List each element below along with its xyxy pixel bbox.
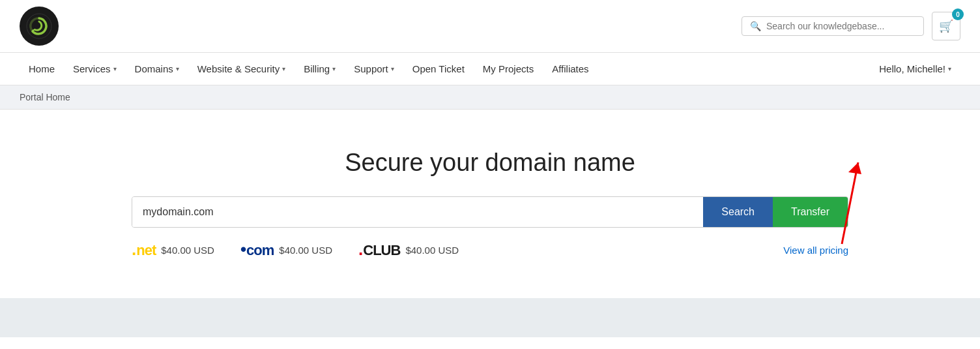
view-all-pricing-link[interactable]: View all pricing <box>783 245 848 256</box>
nav-open-ticket[interactable]: Open Ticket <box>403 53 474 85</box>
nav-domains[interactable]: Domains ▾ <box>126 53 188 85</box>
chevron-down-icon: ▾ <box>332 65 336 72</box>
nav-my-projects[interactable]: My Projects <box>474 53 543 85</box>
chevron-down-icon: ▾ <box>391 65 394 72</box>
chevron-down-icon: ▾ <box>176 65 179 72</box>
nav-support[interactable]: Support ▾ <box>345 53 403 85</box>
cart-icon: 🛒 <box>939 19 953 33</box>
tld-com-price: $40.00 USD <box>279 245 332 256</box>
domain-search-input[interactable] <box>132 197 703 227</box>
knowledgebase-search-bar[interactable]: 🔍 <box>742 16 924 36</box>
domain-transfer-button[interactable]: Transfer <box>773 197 848 227</box>
tld-net-price: $40.00 USD <box>161 245 214 256</box>
main-content: Secure your domain name Search Transfer … <box>0 110 980 285</box>
chevron-down-icon: ▾ <box>282 65 285 72</box>
header-right: 🔍 🛒 0 <box>742 12 960 40</box>
logo-icon <box>26 13 52 39</box>
tld-com-logo: •com <box>240 241 274 259</box>
header: 🔍 🛒 0 <box>0 0 980 53</box>
chevron-down-icon: ▾ <box>113 65 117 72</box>
nav-home[interactable]: Home <box>20 53 64 85</box>
tld-club-logo: .CLUB <box>358 241 400 259</box>
tld-club-dot: . <box>358 241 363 258</box>
nav-billing[interactable]: Billing ▾ <box>295 53 345 85</box>
logo-container[interactable] <box>20 7 59 46</box>
cart-button[interactable]: 🛒 0 <box>932 12 960 40</box>
breadcrumb: Portal Home <box>0 85 980 110</box>
domain-search-container: Search Transfer <box>132 196 848 228</box>
cart-badge: 0 <box>952 8 964 20</box>
nav-affiliates[interactable]: Affiliates <box>543 53 598 85</box>
search-icon: 🔍 <box>750 21 761 31</box>
tld-com-item: •com $40.00 USD <box>240 241 332 259</box>
logo-circle <box>20 7 59 46</box>
knowledgebase-search-input[interactable] <box>766 21 915 31</box>
nav-website-security[interactable]: Website & Security ▾ <box>188 53 295 85</box>
user-greeting-menu[interactable]: Hello, Michelle! ▾ <box>870 53 960 85</box>
breadcrumb-label: Portal Home <box>20 92 70 102</box>
tld-com-dot: • <box>240 241 246 258</box>
chevron-down-icon: ▾ <box>948 65 951 72</box>
page-title: Secure your domain name <box>345 149 635 177</box>
tld-club-text: CLUB <box>363 242 400 259</box>
domain-search-button[interactable]: Search <box>703 197 773 227</box>
tld-club-price: $40.00 USD <box>405 245 459 256</box>
svg-marker-3 <box>848 162 861 174</box>
user-greeting-text: Hello, Michelle! <box>879 63 945 74</box>
tld-club-item: .CLUB $40.00 USD <box>358 241 459 259</box>
footer-bar <box>0 298 980 337</box>
nav-services[interactable]: Services ▾ <box>64 53 126 85</box>
tld-pricing-row: .net $40.00 USD •com $40.00 USD .CLUB $4… <box>132 241 848 259</box>
tld-net-dot: . <box>132 241 136 258</box>
tld-com-text: com <box>246 242 274 259</box>
tld-net-text: net <box>136 242 156 259</box>
tld-net-item: .net $40.00 USD <box>132 241 214 259</box>
main-nav: Home Services ▾ Domains ▾ Website & Secu… <box>0 53 980 85</box>
tld-net-logo: .net <box>132 241 156 259</box>
